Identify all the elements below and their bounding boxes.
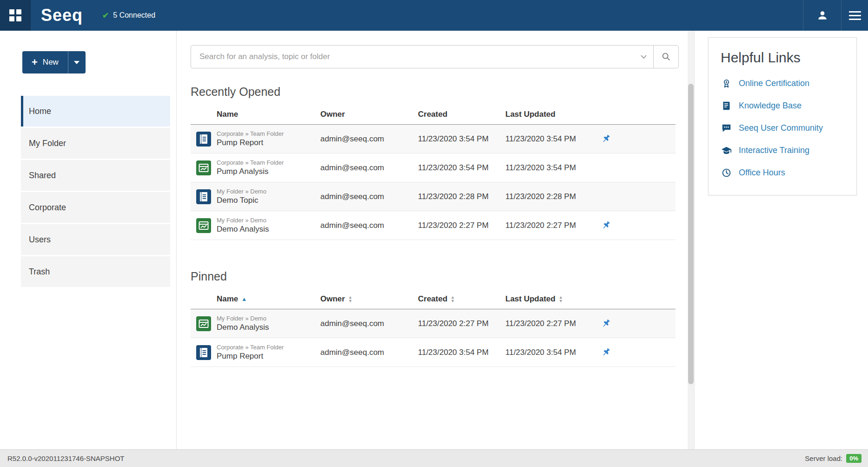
section-recently-opened: Recently OpenedNameOwnerCreatedLast Upda… <box>191 85 694 240</box>
sidebar-item-corporate[interactable]: Corporate <box>21 192 170 223</box>
helpful-link-online-certification[interactable]: Online Certification <box>721 79 845 88</box>
certificate-icon <box>721 79 732 88</box>
pin-icon[interactable] <box>597 338 676 367</box>
item-path: My Folder » Demo <box>217 188 320 195</box>
sidebar-item-label: Trash <box>29 267 50 277</box>
helpful-link-interactive-training[interactable]: Interactive Training <box>721 146 845 155</box>
helpful-link-label: Online Certification <box>739 79 809 88</box>
new-button-label: New <box>43 58 59 67</box>
pin-icon[interactable] <box>597 125 676 153</box>
status-bar: R52.0.0-v202011231746-SNAPSHOT Server lo… <box>0 449 868 467</box>
table-row[interactable]: My Folder » Demo Demo Topic admin@seeq.c… <box>191 182 676 211</box>
table-row[interactable]: Corporate » Team Folder Pump Report admi… <box>191 125 676 153</box>
item-path: My Folder » Demo <box>217 217 320 224</box>
search-bar <box>191 45 679 68</box>
item-path: Corporate » Team Folder <box>217 344 320 351</box>
table-row[interactable]: Corporate » Team Folder Pump Report admi… <box>191 338 676 367</box>
helpful-link-label: Office Hours <box>739 168 785 178</box>
chevron-down-icon <box>74 61 80 64</box>
scrollbar[interactable] <box>688 31 694 449</box>
pin-placeholder[interactable] <box>597 182 676 211</box>
user-profile-button[interactable] <box>803 0 841 31</box>
sort-icon: ▲▼ <box>451 295 455 303</box>
item-created: 11/23/2020 2:27 PM <box>418 319 505 328</box>
column-header-owner[interactable]: Owner▲▼ <box>320 294 418 304</box>
item-link[interactable]: My Folder » Demo Demo Analysis <box>217 315 320 332</box>
table-header: NameOwnerCreatedLast Updated <box>191 104 676 125</box>
sidebar-item-label: Corporate <box>29 203 66 213</box>
sort-icon: ▲▼ <box>348 295 352 303</box>
table-row[interactable]: My Folder » Demo Demo Analysis admin@see… <box>191 211 676 240</box>
graduation-cap-icon <box>721 146 732 155</box>
helpful-link-label: Knowledge Base <box>739 101 802 111</box>
sidebar-item-trash[interactable]: Trash <box>21 256 170 287</box>
item-owner: admin@seeq.com <box>320 348 418 357</box>
helpful-link-seeq-user-community[interactable]: Seeq User Community <box>721 123 845 133</box>
sidebar-item-users[interactable]: Users <box>21 224 170 255</box>
sort-asc-icon: ▲ <box>241 296 247 302</box>
item-path: Corporate » Team Folder <box>217 159 320 167</box>
helpful-link-office-hours[interactable]: Office Hours <box>721 168 845 178</box>
app-switcher-button[interactable] <box>0 0 31 31</box>
item-path: Corporate » Team Folder <box>217 130 320 138</box>
top-navbar: Seeq ✔ 5 Connected <box>0 0 868 31</box>
analysis-icon <box>191 316 217 331</box>
table-row[interactable]: My Folder » Demo Demo Analysis admin@see… <box>191 309 676 338</box>
analysis-icon <box>191 218 217 233</box>
hamburger-menu-button[interactable] <box>841 0 868 31</box>
column-header-name[interactable]: Name▲ <box>217 294 320 304</box>
search-input[interactable] <box>191 52 634 61</box>
item-created: 11/23/2020 2:28 PM <box>418 192 505 201</box>
comment-icon <box>721 123 732 133</box>
connection-status[interactable]: ✔ 5 Connected <box>102 0 155 31</box>
table-row[interactable]: Corporate » Team Folder Pump Analysis ad… <box>191 153 676 182</box>
item-link[interactable]: My Folder » Demo Demo Analysis <box>217 217 320 234</box>
item-name: Demo Analysis <box>217 323 320 332</box>
sidebar-item-my-folder[interactable]: My Folder <box>21 128 170 159</box>
item-created: 11/23/2020 2:27 PM <box>418 221 505 230</box>
column-header-last-updated[interactable]: Last Updated▲▼ <box>505 294 597 304</box>
topic-icon <box>191 189 217 204</box>
item-created: 11/23/2020 3:54 PM <box>418 163 505 173</box>
scrollbar-thumb[interactable] <box>688 84 694 384</box>
sidebar-item-home[interactable]: Home <box>21 96 170 127</box>
section-pinned: PinnedName▲Owner▲▼Created▲▼Last Updated▲… <box>191 270 694 367</box>
item-updated: 11/23/2020 3:54 PM <box>505 163 597 173</box>
column-header-owner: Owner <box>320 110 418 119</box>
new-button-dropdown[interactable] <box>68 51 86 73</box>
item-name: Pump Analysis <box>217 167 320 176</box>
pin-placeholder[interactable] <box>597 153 676 182</box>
left-sidebar: + New Home My Folder Shared Corporate Us… <box>0 31 177 449</box>
server-load-label: Server load: <box>805 454 842 462</box>
analysis-icon <box>191 160 217 175</box>
item-owner: admin@seeq.com <box>320 192 418 201</box>
sidebar-item-label: Home <box>29 107 51 116</box>
item-link[interactable]: Corporate » Team Folder Pump Analysis <box>217 159 320 176</box>
sort-icon: ▲▼ <box>559 295 563 303</box>
new-button-group: + New <box>22 51 86 73</box>
grid-icon <box>9 9 21 21</box>
item-link[interactable]: My Folder » Demo Demo Topic <box>217 188 320 205</box>
helpful-link-knowledge-base[interactable]: Knowledge Base <box>721 101 845 111</box>
column-header-created[interactable]: Created▲▼ <box>418 294 505 304</box>
topic-icon <box>191 132 217 147</box>
item-link[interactable]: Corporate » Team Folder Pump Report <box>217 344 320 361</box>
new-button[interactable]: + New <box>22 51 68 73</box>
sidebar-item-label: Users <box>29 235 51 245</box>
search-options-chevron[interactable] <box>634 54 653 59</box>
item-updated: 11/23/2020 2:27 PM <box>505 221 597 230</box>
seeq-logo: Seeq <box>41 0 83 31</box>
sidebar-item-label: Shared <box>29 171 56 180</box>
item-name: Pump Report <box>217 352 320 361</box>
plus-icon: + <box>32 57 38 67</box>
search-button[interactable] <box>653 46 678 68</box>
item-link[interactable]: Corporate » Team Folder Pump Report <box>217 130 320 147</box>
helpful-link-label: Interactive Training <box>739 146 809 155</box>
item-created: 11/23/2020 3:54 PM <box>418 134 505 144</box>
item-owner: admin@seeq.com <box>320 134 418 144</box>
pin-icon[interactable] <box>597 211 676 240</box>
pin-icon[interactable] <box>597 309 676 338</box>
sidebar-item-shared[interactable]: Shared <box>21 160 170 191</box>
check-icon: ✔ <box>102 11 109 20</box>
item-owner: admin@seeq.com <box>320 221 418 230</box>
